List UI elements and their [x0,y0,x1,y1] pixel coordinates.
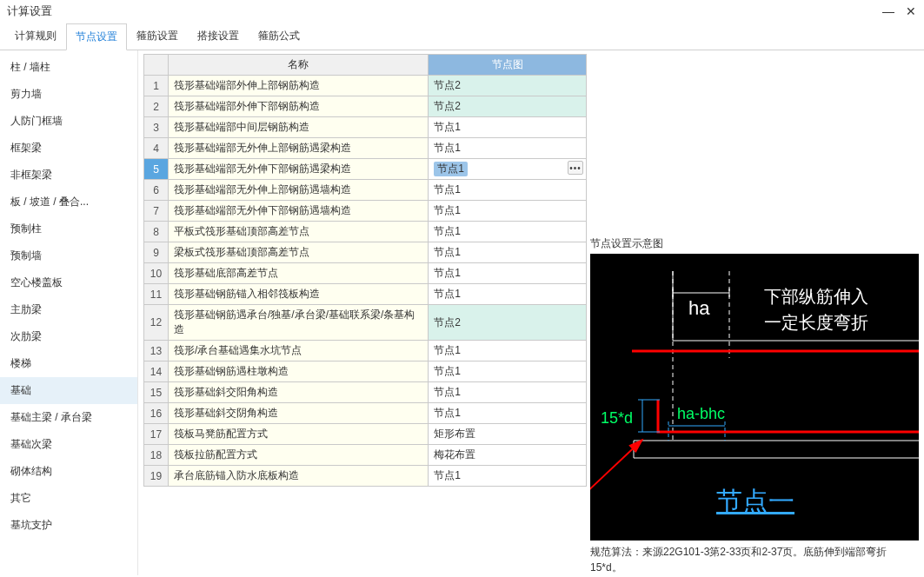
row-name[interactable]: 筏形基础斜交阴角构造 [168,403,428,424]
sidebar-item[interactable]: 次肋梁 [0,323,137,350]
row-node-value[interactable]: 节点1 [429,242,587,263]
row-number[interactable]: 7 [144,201,169,222]
header-blank [144,55,169,76]
tab-stirrup-setting[interactable]: 箍筋设置 [127,23,188,50]
sidebar-item[interactable]: 主肋梁 [0,296,137,323]
row-node-value[interactable]: 节点1 [429,201,587,222]
row-node-value[interactable]: 节点1 [429,341,587,361]
sidebar-item[interactable]: 板 / 坡道 / 叠合... [0,189,137,216]
row-name[interactable]: 筏形基础端部无外伸上部钢筋遇梁构造 [168,138,428,159]
row-number[interactable]: 13 [144,341,169,361]
label-ha: ha [688,297,710,319]
sidebar-item[interactable]: 预制柱 [0,216,137,242]
row-number[interactable]: 3 [144,117,169,138]
row-number[interactable]: 1 [144,76,169,96]
row-node-value[interactable]: 节点1 [429,117,587,138]
row-node-value[interactable]: 节点1 [429,466,587,487]
row-node-value[interactable]: 节点1 [429,361,587,382]
diagram-title: 节点设置示意图 [590,235,919,254]
sidebar-item[interactable]: 人防门框墙 [0,108,137,135]
row-node-value[interactable]: 节点2 [429,305,587,341]
row-node-value[interactable]: 节点1 [429,180,587,201]
row-name[interactable]: 筏形基础钢筋遇承台/独基/承台梁/基础联系梁/条基构造 [168,305,428,341]
row-name[interactable]: 筏形基础端部无外伸下部钢筋遇梁构造 [168,159,428,180]
label-15d: 15*d [601,409,633,427]
row-number[interactable]: 18 [144,445,169,466]
row-name[interactable]: 筏形基础钢筋遇柱墩构造 [168,361,428,382]
window-title: 计算设置 [7,3,52,19]
header-name: 名称 [168,55,428,76]
row-number[interactable]: 10 [144,263,169,284]
minimize-button[interactable]: — [882,4,894,18]
row-name[interactable]: 筏形/承台基础遇集水坑节点 [168,341,428,361]
row-number[interactable]: 6 [144,180,169,201]
row-number[interactable]: 5 [144,159,169,180]
row-name[interactable]: 平板式筏形基础顶部高差节点 [168,222,428,242]
label-line1: 下部纵筋伸入 [764,287,868,306]
row-name[interactable]: 筏形基础斜交阳角构造 [168,382,428,403]
sidebar-item[interactable]: 基坑支护 [0,512,137,539]
row-name[interactable]: 筏形基础钢筋锚入相邻筏板构造 [168,284,428,305]
row-node-value[interactable]: 矩形布置 [429,424,587,445]
row-node-value[interactable]: 节点2 [429,96,587,117]
category-sidebar: 柱 / 墙柱剪力墙人防门框墙框架梁非框架梁板 / 坡道 / 叠合...预制柱预制… [0,50,138,575]
row-name[interactable]: 筏板拉筋配置方式 [168,445,428,466]
row-name[interactable]: 筏形基础端部外伸上部钢筋构造 [168,76,428,96]
row-node-value[interactable]: 节点2 [429,76,587,96]
sidebar-item[interactable]: 基础次梁 [0,431,137,458]
tab-lap-setting[interactable]: 搭接设置 [188,23,249,50]
row-number[interactable]: 15 [144,382,169,403]
row-name[interactable]: 筏形基础端部中间层钢筋构造 [168,117,428,138]
sidebar-item[interactable]: 框架梁 [0,135,137,162]
sidebar-item[interactable]: 非框架梁 [0,162,137,189]
label-line2: 一定长度弯折 [764,313,868,332]
sidebar-item[interactable]: 空心楼盖板 [0,269,137,296]
sidebar-item[interactable]: 剪力墙 [0,81,137,108]
tab-bar: 计算规则 节点设置 箍筋设置 搭接设置 箍筋公式 [0,23,924,50]
tab-node-setting[interactable]: 节点设置 [66,23,127,50]
close-button[interactable]: ✕ [905,4,917,18]
row-node-value[interactable]: 节点1 [429,222,587,242]
row-node-value[interactable]: 节点1 [429,263,587,284]
row-name[interactable]: 梁板式筏形基础顶部高差节点 [168,242,428,263]
row-name[interactable]: 筏板马凳筋配置方式 [168,424,428,445]
sidebar-item[interactable]: 楼梯 [0,350,137,377]
row-node-value[interactable]: 节点1 [429,403,587,424]
header-node: 节点图 [429,55,587,76]
settings-table: 名称 节点图 1筏形基础端部外伸上部钢筋构造节点22筏形基础端部外伸下部钢筋构造… [143,54,587,487]
row-name[interactable]: 筏形基础端部外伸下部钢筋构造 [168,96,428,117]
row-number[interactable]: 4 [144,138,169,159]
selected-node-pill: 节点1 [434,162,468,176]
node-more-button[interactable]: ••• [568,161,583,175]
row-name[interactable]: 筏形基础端部无外伸下部钢筋遇墙构造 [168,201,428,222]
row-node-value[interactable]: 梅花布置 [429,445,587,466]
row-node-value[interactable]: 节点1••• [429,159,587,180]
sidebar-item[interactable]: 预制墙 [0,242,137,269]
row-number[interactable]: 17 [144,424,169,445]
row-name[interactable]: 承台底筋锚入防水底板构造 [168,466,428,487]
row-number[interactable]: 19 [144,466,169,487]
row-node-value[interactable]: 节点1 [429,284,587,305]
label-node-name: 节点一 [716,487,794,515]
row-name[interactable]: 筏形基础端部无外伸上部钢筋遇墙构造 [168,180,428,201]
sidebar-item[interactable]: 砌体结构 [0,458,137,485]
sidebar-item[interactable]: 基础 [0,377,137,404]
tab-calc-rule[interactable]: 计算规则 [5,23,66,50]
row-node-value[interactable]: 节点1 [429,138,587,159]
sidebar-item[interactable]: 其它 [0,485,137,512]
node-diagram: ha 下部纵筋伸入 一定长度弯折 15*d ha-bhc [590,254,919,541]
tab-stirrup-formula[interactable]: 箍筋公式 [249,23,309,50]
label-habhc: ha-bhc [677,405,725,422]
sidebar-item[interactable]: 柱 / 墙柱 [0,54,137,81]
row-name[interactable]: 筏形基础底部高差节点 [168,263,428,284]
row-number[interactable]: 11 [144,284,169,305]
row-number[interactable]: 16 [144,403,169,424]
row-number[interactable]: 8 [144,222,169,242]
diagram-caption: 规范算法：来源22G101-3第2-33页和2-37页。底筋伸到端部弯折15*d… [590,541,919,577]
row-number[interactable]: 12 [144,305,169,341]
row-node-value[interactable]: 节点1 [429,382,587,403]
row-number[interactable]: 9 [144,242,169,263]
row-number[interactable]: 14 [144,361,169,382]
sidebar-item[interactable]: 基础主梁 / 承台梁 [0,404,137,431]
row-number[interactable]: 2 [144,96,169,117]
